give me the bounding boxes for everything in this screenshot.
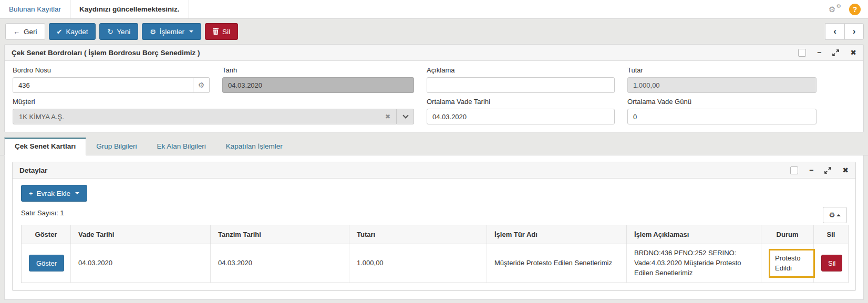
row-count-label: Satır Sayısı: 1: [21, 209, 64, 223]
field-ortalama-vade-tarihi: Ortalama Vade Tarihi: [427, 98, 615, 124]
ortalama-vade-gunu-label: Ortalama Vade Günü: [627, 98, 817, 106]
top-bar: Bulunan Kayıtlar Kaydınızı güncellemekte…: [0, 0, 868, 19]
cell-islem-aciklamasi: BRDNO:436 PFNO:252 SERINO: Vade:4.03.202…: [627, 244, 761, 283]
field-musteri: Müşteri 1K KİMYA A.Ş. ✖: [13, 98, 414, 124]
field-aciklama: Açıklama: [427, 66, 615, 93]
aciklama-input[interactable]: [427, 77, 615, 93]
gear-small-icon: ⚙: [836, 4, 841, 9]
tarih-label: Tarih: [222, 66, 414, 74]
header-islem-tur-adi: İşlem Tür Adı: [487, 225, 627, 244]
table-row: Göster 04.03.2020 04.03.2020 1.000,00 Mü…: [22, 244, 849, 283]
close-icon[interactable]: ✖: [850, 49, 856, 56]
operations-dropdown-button[interactable]: ⚙ İşlemler: [142, 23, 201, 40]
bordro-nosu-gear-icon[interactable]: ⚙: [193, 77, 210, 93]
check-icon: ✔: [57, 28, 63, 35]
musteri-value: 1K KİMYA A.Ş.: [19, 113, 64, 121]
details-panel: Detaylar − ✖ + Evrak Ekle Satır Sayısı: …: [12, 162, 856, 291]
caret-down-icon: [75, 192, 79, 194]
cell-islem-tur-adi: Müşteride Protesto Edilen Senetlerimiz: [487, 244, 627, 283]
expand-icon[interactable]: [824, 167, 831, 174]
next-record-button[interactable]: ›: [844, 23, 864, 40]
tab-kayit-guncelleme-label: Kaydınızı güncellemektesiniz.: [79, 5, 180, 13]
new-button[interactable]: ↻ Yeni: [99, 23, 138, 40]
bordro-nosu-label: Bordro Nosu: [13, 66, 210, 74]
details-panel-title: Detaylar: [19, 166, 47, 174]
plus-icon: +: [29, 190, 33, 197]
tab-content: Detaylar − ✖ + Evrak Ekle Satır Sayısı: …: [4, 155, 864, 300]
details-panel-controls: − ✖: [790, 166, 849, 174]
caret-up-icon: [836, 214, 841, 216]
ortalama-vade-tarihi-label: Ortalama Vade Tarihi: [427, 98, 615, 106]
tab-kayit-guncelleme[interactable]: Kaydınızı güncellemektesiniz.: [70, 0, 189, 18]
trash-icon: [213, 28, 219, 36]
header-sil: Sil: [814, 225, 849, 244]
field-bordro-nosu: Bordro Nosu ⚙: [13, 66, 210, 93]
cell-tanzim-tarihi: 04.03.2020: [211, 244, 349, 283]
header-islem-aciklamasi: İşlem Açıklaması: [627, 225, 761, 244]
gear-icon: ⚙: [150, 28, 156, 35]
show-row-button[interactable]: Göster: [29, 255, 64, 271]
delete-button[interactable]: Sil: [205, 23, 238, 40]
chevron-down-icon: [402, 112, 408, 118]
field-ortalama-vade-gunu: Ortalama Vade Günü: [627, 98, 817, 124]
main-panel-controls: − ✖: [798, 49, 856, 57]
main-panel-title: Çek Senet Bordroları ( İşlem Bordrosu Bo…: [12, 49, 200, 57]
minimize-icon[interactable]: −: [817, 49, 821, 56]
details-body: + Evrak Ekle Satır Sayısı: 1 ⚙ Göste: [13, 179, 855, 290]
ortalama-vade-tarihi-input[interactable]: [427, 109, 615, 124]
minimize-icon[interactable]: −: [809, 166, 813, 174]
cell-tutari: 1.000,00: [349, 244, 487, 283]
details-table: Göster Vade Tarihi Tanzim Tarihi Tutarı …: [21, 225, 849, 283]
toolbar: ← Geri ✔ Kaydet ↻ Yeni ⚙ İşlemler Sil ‹ …: [0, 19, 868, 44]
tab-bulunan-kayitlar-label: Bulunan Kayıtlar: [9, 5, 61, 13]
table-tools-row: Satır Sayısı: 1 ⚙: [21, 205, 847, 223]
tab-cek-senet-kartlari[interactable]: Çek Senet Kartları: [4, 138, 86, 155]
musteri-dropdown-toggle[interactable]: [397, 109, 414, 124]
record-navigation: ‹ ›: [825, 23, 864, 40]
topbar-right: ⚙⚙ ?: [829, 0, 868, 18]
arrow-left-icon: ←: [13, 28, 20, 35]
status-highlight-box: Protesto Edildi: [769, 249, 815, 278]
gear-icon: ⚙: [829, 211, 835, 219]
settings-gears-icon[interactable]: ⚙⚙: [829, 5, 841, 13]
main-panel-header: Çek Senet Bordroları ( İşlem Bordrosu Bo…: [5, 45, 863, 61]
caret-down-icon: [189, 30, 193, 33]
header-vade-tarihi: Vade Tarihi: [71, 225, 211, 244]
field-tutar: Tutar: [627, 66, 817, 93]
header-durum: Durum: [761, 225, 814, 244]
status-text: Protesto Edildi: [775, 254, 800, 273]
musteri-label: Müşteri: [13, 98, 414, 106]
tab-bulunan-kayitlar[interactable]: Bulunan Kayıtlar: [0, 0, 70, 18]
tutar-input: [627, 77, 817, 93]
ortalama-vade-gunu-input[interactable]: [627, 109, 817, 124]
main-form-panel: Çek Senet Bordroları ( İşlem Bordrosu Bo…: [4, 44, 864, 132]
table-settings-button[interactable]: ⚙: [823, 207, 847, 223]
panel-select-checkbox[interactable]: [790, 166, 798, 174]
detail-tabs: Çek Senet Kartları Grup Bilgileri Ek Ala…: [0, 138, 868, 155]
tarih-input: [222, 77, 414, 93]
details-panel-header: Detaylar − ✖: [13, 162, 855, 179]
bordro-nosu-input[interactable]: [13, 77, 193, 93]
add-document-dropdown-button[interactable]: + Evrak Ekle: [21, 185, 87, 202]
previous-record-button[interactable]: ‹: [825, 23, 844, 40]
tab-ek-alan-bilgileri[interactable]: Ek Alan Bilgileri: [147, 138, 216, 155]
tutar-label: Tutar: [627, 66, 817, 74]
tab-kapatilan-islemler[interactable]: Kapatılan İşlemler: [216, 138, 293, 155]
tab-grup-bilgileri[interactable]: Grup Bilgileri: [86, 138, 147, 155]
refresh-icon: ↻: [107, 28, 113, 35]
table-header-row: Göster Vade Tarihi Tanzim Tarihi Tutarı …: [22, 225, 849, 244]
main-form: Bordro Nosu ⚙ Tarih Açıklama Tutar Müşte…: [13, 66, 817, 124]
header-tutari: Tutarı: [349, 225, 487, 244]
save-button[interactable]: ✔ Kaydet: [49, 23, 96, 40]
help-icon[interactable]: ?: [849, 4, 861, 15]
cell-vade-tarihi: 04.03.2020: [71, 244, 211, 283]
expand-icon[interactable]: [832, 49, 839, 56]
panel-select-checkbox[interactable]: [798, 49, 806, 57]
field-tarih: Tarih: [222, 66, 414, 93]
close-icon[interactable]: ✖: [842, 166, 849, 174]
back-button[interactable]: ← Geri: [5, 23, 45, 40]
gear-icon: ⚙: [829, 5, 835, 14]
header-tanzim-tarihi: Tanzim Tarihi: [211, 225, 349, 244]
musteri-clear-icon[interactable]: ✖: [385, 113, 390, 120]
delete-row-button[interactable]: Sil: [821, 255, 842, 271]
